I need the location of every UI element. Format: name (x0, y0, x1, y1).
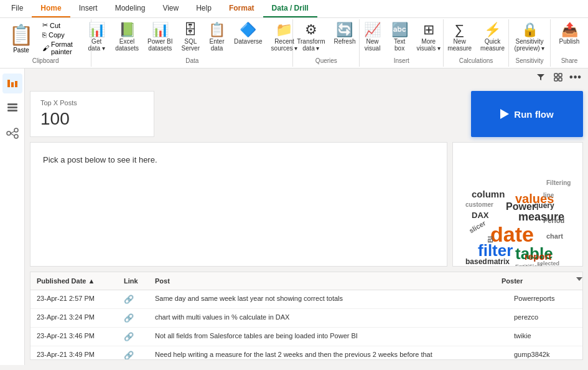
copy-icon: ⎘ (42, 31, 47, 39)
powerbi-icon: 📊 (152, 23, 169, 37)
word-cloud-card: datefiltertablevaluesmeasurePowerreportc… (452, 142, 583, 267)
canvas-area: Top X Posts 100 Run flow Pick a post bel… (25, 86, 588, 365)
clipboard-group-label: Clipboard (32, 57, 59, 65)
tab-data-drill[interactable]: Data / Drill (263, 0, 317, 17)
more-visuals-button[interactable]: ⊞ Morevisuals ▾ (413, 21, 444, 54)
paste-button[interactable]: 📋 Paste (4, 21, 39, 56)
group-insert: 📈 Newvisual 🔤 Textbox ⊞ Morevisuals ▾ In… (360, 19, 444, 67)
cell-post: Same day and same week last year not sho… (149, 290, 508, 308)
word-cloud-word: line (543, 192, 554, 199)
table-header: Published Date ▲ Link Post Poster (30, 272, 582, 290)
sidebar (0, 69, 25, 365)
top-x-posts-value: 100 (40, 109, 144, 129)
svg-rect-1 (11, 82, 14, 87)
queries-group-label: Queries (315, 57, 337, 65)
publish-button[interactable]: 📤 Publish (556, 21, 584, 47)
cell-poster: Powerreports (508, 290, 582, 308)
sidebar-item-model[interactable] (2, 123, 22, 143)
new-measure-button[interactable]: ∑ Newmeasure (444, 21, 475, 54)
filter-toolbar-button[interactable] (533, 70, 548, 85)
table-row[interactable]: 23-Apr-21 3:46 PM 🔗 Not all fields from … (30, 328, 582, 346)
cell-link[interactable]: 🔗 (118, 309, 149, 327)
cell-date: 23-Apr-21 3:49 PM (30, 346, 118, 359)
cell-date: 23-Apr-21 3:24 PM (30, 309, 118, 327)
svg-line-10 (11, 133, 14, 136)
word-cloud-word: slicer (468, 220, 487, 235)
table-row[interactable]: 23-Apr-21 3:49 PM 🔗 Need help writing a … (30, 346, 582, 359)
text-box-button[interactable]: 🔤 Textbox (388, 21, 412, 54)
cut-button[interactable]: ✂ Cut (40, 21, 87, 30)
calculations-group-label: Calculations (459, 57, 493, 65)
word-cloud-word: Period (543, 217, 564, 224)
word-cloud-word: filter (478, 242, 513, 259)
paste-icon: 📋 (9, 23, 34, 47)
link-icon: 🔗 (124, 295, 134, 304)
new-visual-button[interactable]: 📈 Newvisual (359, 21, 386, 54)
word-cloud-word: column (472, 189, 505, 199)
get-data-button[interactable]: 📊 Getdata ▾ (83, 21, 110, 54)
sidebar-item-data[interactable] (2, 98, 22, 118)
excel-datasets-button[interactable]: 📗 Exceldatasets (111, 21, 142, 54)
cell-link[interactable]: 🔗 (118, 328, 149, 346)
tab-file[interactable]: File (2, 0, 32, 17)
sensitivity-icon: 🔒 (521, 23, 538, 37)
paste-label: Paste (13, 47, 29, 54)
run-flow-button[interactable]: Run flow (471, 91, 583, 137)
ribbon-body: 📋 Paste ✂ Cut ⎘ Copy 🖌 Format painter (0, 18, 588, 68)
word-cloud-word: query (534, 202, 554, 209)
pick-post-card: Pick a post below to see it here. (30, 142, 447, 267)
tab-modeling[interactable]: Modeling (106, 0, 154, 17)
cell-post: Need help writing a measure for the last… (149, 346, 508, 359)
app-body: ••• Top X Posts 100 Run flow (0, 69, 588, 365)
svg-line-9 (11, 131, 14, 133)
tab-home[interactable]: Home (32, 0, 70, 17)
quick-measure-button[interactable]: ⚡ Quickmeasure (477, 21, 508, 54)
top-x-posts-title: Top X Posts (40, 99, 144, 107)
sql-icon: 🗄 (184, 23, 197, 37)
cell-link[interactable]: 🔗 (118, 290, 149, 308)
word-cloud-word: chart (546, 233, 563, 240)
svg-rect-0 (7, 80, 10, 87)
col-header-date[interactable]: Published Date ▲ (30, 272, 118, 290)
format-painter-button[interactable]: 🖌 Format painter (40, 40, 87, 56)
more-visuals-icon: ⊞ (423, 23, 434, 37)
sensitivity-button[interactable]: 🔒 Sensitivity(preview) ▾ (511, 21, 549, 54)
insert-group-label: Insert (394, 57, 409, 65)
powerbi-datasets-button[interactable]: 📊 Power BIdatasets (144, 21, 177, 54)
dataverse-button[interactable]: 🔷 Dataverse (230, 21, 266, 47)
refresh-button[interactable]: 🔄 Refresh (330, 21, 359, 47)
copy-button[interactable]: ⎘ Copy (40, 31, 87, 39)
cell-post: chart with multi values in % calculate i… (149, 309, 508, 327)
svg-rect-14 (559, 78, 562, 81)
sidebar-item-report[interactable] (2, 74, 22, 93)
enter-data-button[interactable]: 📋 Enterdata (205, 21, 229, 54)
tab-insert[interactable]: Insert (70, 0, 106, 17)
sql-server-button[interactable]: 🗄 SQLServer (178, 21, 203, 54)
data-group-label: Data (185, 57, 198, 65)
svg-rect-3 (7, 103, 17, 105)
cell-link[interactable]: 🔗 (118, 346, 149, 359)
more-options-toolbar-button[interactable]: ••• (568, 70, 583, 85)
word-cloud-word: DAX (472, 211, 488, 219)
middle-row: Pick a post below to see it here. datefi… (30, 142, 583, 267)
word-cloud-word: BI (487, 236, 494, 243)
tab-view[interactable]: View (154, 0, 187, 17)
table-row[interactable]: 23-Apr-21 2:57 PM 🔗 Same day and same we… (30, 290, 582, 309)
top-x-posts-card: Top X Posts 100 (30, 91, 154, 137)
sensitivity-group-label: Sensitivity (516, 57, 544, 65)
svg-point-6 (7, 131, 11, 135)
pick-post-text: Pick a post below to see it here. (43, 155, 157, 164)
model-icon (6, 127, 19, 140)
tab-help[interactable]: Help (187, 0, 220, 17)
table-row[interactable]: 23-Apr-21 3:24 PM 🔗 chart with multi val… (30, 309, 582, 328)
tab-format[interactable]: Format (220, 0, 263, 17)
fullscreen-toolbar-button[interactable] (551, 70, 566, 85)
transform-data-button[interactable]: ⚙ Transformdata ▾ (293, 21, 329, 54)
dataverse-icon: 🔷 (240, 23, 256, 37)
col-scroll-control[interactable] (570, 272, 582, 290)
svg-point-8 (14, 135, 18, 138)
svg-rect-11 (554, 74, 558, 77)
cell-poster: perezco (508, 309, 582, 327)
group-queries: ⚙ Transformdata ▾ 🔄 Refresh Queries (293, 19, 360, 67)
scroll-down-icon (576, 277, 582, 281)
